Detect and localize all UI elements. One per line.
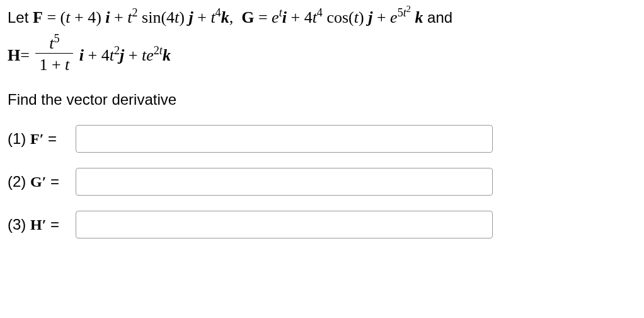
answer-row-3: (3) H′ = xyxy=(8,211,636,238)
answer-input-f[interactable] xyxy=(76,125,493,153)
instruction-text: Find the vector derivative xyxy=(8,88,636,111)
equation-h: H = t5 1 + t i + 4t2j + te2tk xyxy=(8,44,171,62)
equation-fg: F = (t + 4) i + t2 sin(4t) j + t4k, G = … xyxy=(33,8,427,26)
answer-label-h: (3) H′ = xyxy=(8,213,76,236)
answer-label-f: (1) F′ = xyxy=(8,127,76,150)
let-text: Let xyxy=(8,9,33,26)
answer-row-2: (2) G′ = xyxy=(8,168,636,196)
and-text: and xyxy=(427,9,452,26)
equation-line-1: Let F = (t + 4) i + t2 sin(4t) j + t4k, … xyxy=(8,5,636,30)
equation-line-2: H = t5 1 + t i + 4t2j + te2tk xyxy=(8,33,636,77)
answer-input-g[interactable] xyxy=(76,168,493,196)
answer-row-1: (1) F′ = xyxy=(8,125,636,153)
answer-label-g: (2) G′ = xyxy=(8,170,76,193)
answer-input-h[interactable] xyxy=(76,211,493,238)
